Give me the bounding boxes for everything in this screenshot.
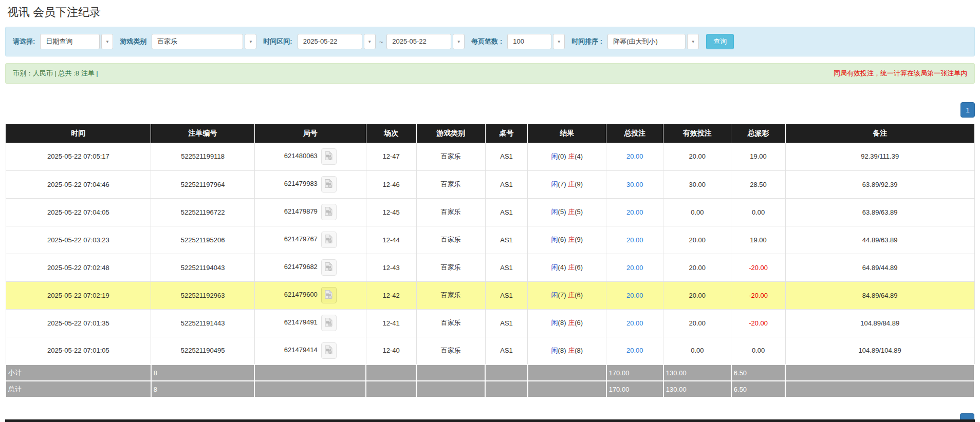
result-player-value: (8) <box>558 319 566 327</box>
sort-select[interactable]: 降幂(由大到小) ▼ <box>607 34 699 49</box>
video-file-icon <box>324 179 333 190</box>
table-row: 2025-05-22 07:04:46 522521197964 6214799… <box>6 170 974 198</box>
cell-round-id: 621479414 <box>254 337 366 365</box>
video-replay-button[interactable] <box>321 287 337 303</box>
result-banker-label: 庄 <box>568 236 575 243</box>
result-player-label: 闲 <box>551 263 558 271</box>
video-replay-button[interactable] <box>321 148 337 165</box>
cell-total-bet-link[interactable]: 20.00 <box>606 337 663 365</box>
cell-total-bet-link[interactable]: 20.00 <box>606 143 663 170</box>
date-from-select[interactable]: 2025-05-22 ▼ <box>298 34 376 49</box>
round-id-text: 621479983 <box>284 180 318 187</box>
chevron-down-icon[interactable]: ▼ <box>101 34 113 49</box>
video-replay-button[interactable] <box>321 259 337 276</box>
per-page-select[interactable]: 100 ▼ <box>507 34 565 49</box>
cell-bet-id: 522521192963 <box>151 281 255 309</box>
cell-time: 2025-05-22 07:04:05 <box>6 198 151 226</box>
total-total-bet: 170.00 <box>606 381 663 397</box>
cell-payout: -20.00 <box>731 281 786 309</box>
page-1-button[interactable]: 1 <box>960 102 975 118</box>
col-valid-bet: 有效投注 <box>663 124 731 143</box>
per-page-label: 每页笔数 : <box>471 37 502 46</box>
cell-total-bet-link[interactable]: 30.00 <box>606 170 663 198</box>
cell-total-bet-link[interactable]: 20.00 <box>606 226 663 254</box>
cell-total-bet-link[interactable]: 20.00 <box>606 198 663 226</box>
cell-bet-id: 522521194043 <box>151 254 255 281</box>
cell-round-id: 621479491 <box>254 309 366 337</box>
cell-table-no: AS1 <box>485 143 528 170</box>
date-to-value[interactable]: 2025-05-22 <box>386 34 451 49</box>
pagination-top: 1 <box>5 102 975 118</box>
result-player-value: (7) <box>558 180 566 188</box>
result-banker-value: (4) <box>575 152 583 160</box>
chevron-down-icon[interactable]: ▼ <box>453 34 465 49</box>
result-player-label: 闲 <box>551 208 558 216</box>
cell-bet-id: 522521191443 <box>151 309 255 337</box>
tilde-separator: ~ <box>379 38 383 46</box>
result-banker-value: (5) <box>575 208 583 216</box>
time-range-label: 时间区间: <box>263 37 292 46</box>
per-page-value[interactable]: 100 <box>507 34 551 49</box>
cell-total-bet-link[interactable]: 20.00 <box>606 309 663 337</box>
chevron-down-icon[interactable]: ▼ <box>245 34 256 49</box>
cell-game-type: 百家乐 <box>416 170 485 198</box>
subtotal-label: 小计 <box>6 365 151 381</box>
result-player-value: (6) <box>558 236 566 243</box>
cell-round-id: 621479600 <box>254 281 366 309</box>
query-type-select[interactable]: 日期查询 ▼ <box>40 34 113 49</box>
result-banker-label: 庄 <box>568 291 575 299</box>
video-replay-button[interactable] <box>321 232 337 248</box>
result-banker-label: 庄 <box>568 319 575 327</box>
game-type-value[interactable]: 百家乐 <box>152 34 243 49</box>
cell-total-bet-link[interactable]: 20.00 <box>606 254 663 281</box>
col-table-no: 桌号 <box>485 124 528 143</box>
cell-payout: 0.00 <box>731 198 786 226</box>
cell-result: 闲(6) 庄(9) <box>528 226 606 254</box>
cell-table-no: AS1 <box>485 281 528 309</box>
video-replay-button[interactable] <box>321 342 337 359</box>
sort-value[interactable]: 降幂(由大到小) <box>607 34 686 49</box>
date-to-select[interactable]: 2025-05-22 ▼ <box>386 34 465 49</box>
chevron-down-icon[interactable]: ▼ <box>553 34 565 49</box>
cell-payout: -20.00 <box>731 254 786 281</box>
cell-remark: 63.89/92.39 <box>785 170 974 198</box>
result-player-value: (4) <box>558 263 566 271</box>
result-banker-value: (6) <box>575 263 583 271</box>
result-banker-value: (9) <box>575 180 583 188</box>
cell-result: 闲(8) 庄(8) <box>528 337 606 365</box>
summary-bar: 币别：人民币 | 总共 :8 注单 | 同局有效投注，统一计算在该局第一张注单内 <box>5 63 975 84</box>
video-replay-button[interactable] <box>321 176 337 193</box>
chevron-down-icon[interactable]: ▼ <box>687 34 699 49</box>
cell-session: 12-46 <box>366 170 416 198</box>
cell-table-no: AS1 <box>485 254 528 281</box>
cell-time: 2025-05-22 07:03:23 <box>6 226 151 254</box>
cell-bet-id: 522521196722 <box>151 198 255 226</box>
total-label: 总计 <box>6 381 151 397</box>
cell-session: 12-47 <box>366 143 416 170</box>
game-type-select[interactable]: 百家乐 ▼ <box>152 34 256 49</box>
cell-remark: 104.89/104.89 <box>785 337 974 365</box>
cell-game-type: 百家乐 <box>416 281 485 309</box>
round-id-text: 621479767 <box>284 235 318 243</box>
search-button[interactable]: 查询 <box>706 34 734 49</box>
round-id-text: 621479879 <box>284 207 318 215</box>
bet-records-table: 时间 注单编号 局号 场次 游戏类别 桌号 结果 总投注 有效投注 总派彩 备注… <box>5 124 975 398</box>
date-from-value[interactable]: 2025-05-22 <box>298 34 362 49</box>
round-id-text: 621479491 <box>284 318 318 326</box>
round-id-text: 621479682 <box>284 263 318 271</box>
round-id-text: 621479414 <box>284 346 318 354</box>
cell-bet-id: 522521199118 <box>151 143 255 170</box>
video-replay-button[interactable] <box>321 204 337 220</box>
video-replay-button[interactable] <box>321 315 337 331</box>
query-type-value[interactable]: 日期查询 <box>40 34 100 49</box>
cell-valid-bet: 30.00 <box>663 170 731 198</box>
cell-remark: 63.89/63.89 <box>785 198 974 226</box>
query-type-label: 请选择: <box>13 37 35 46</box>
table-row: 2025-05-22 07:01:35 522521191443 6214794… <box>6 309 974 337</box>
cell-valid-bet: 20.00 <box>663 309 731 337</box>
total-row: 总计 8 170.00 130.00 6.50 <box>6 381 974 397</box>
table-row: 2025-05-22 07:02:19 522521192963 6214796… <box>6 281 974 309</box>
cell-total-bet-link[interactable]: 20.00 <box>606 281 663 309</box>
chevron-down-icon[interactable]: ▼ <box>364 34 376 49</box>
col-payout: 总派彩 <box>731 124 786 143</box>
